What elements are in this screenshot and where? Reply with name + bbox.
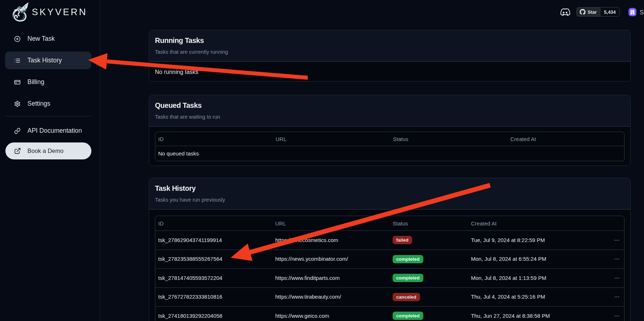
sidebar-item-label: Billing [27, 78, 44, 86]
circle-plus-icon [14, 36, 21, 42]
org-name-partial: Sk [640, 9, 644, 16]
task-id-cell: tsk_276727822333810816 [155, 287, 272, 307]
sidebar-item-label: API Documentation [27, 127, 82, 135]
queued-tasks-title: Queued Tasks [155, 101, 624, 110]
row-actions-button[interactable]: ⋯ [593, 231, 624, 250]
queued-tasks-header: Queued Tasks Tasks that are waiting to r… [149, 95, 630, 127]
no-queued-tasks-text: No queued tasks [155, 146, 624, 161]
table-header-row: ID URL Status Created At [155, 216, 624, 231]
no-running-tasks-text: No running tasks [149, 62, 630, 83]
queued-tasks-subtitle: Tasks that are waiting to run [155, 114, 624, 120]
queued-tasks-card: Queued Tasks Tasks that are waiting to r… [149, 95, 631, 166]
task-status-cell: failed [390, 231, 468, 250]
status-badge: failed [393, 236, 412, 244]
column-header-url: URL [272, 216, 390, 231]
task-history-subtitle: Tasks you have run previously [155, 197, 624, 203]
task-url-cell: https://www.finditparts.com [272, 269, 390, 288]
task-history-row[interactable]: tsk_278235388555267564https://news.ycomb… [155, 250, 624, 269]
discord-icon[interactable] [560, 7, 570, 17]
queued-tasks-table: ID URL Status Created At No queued tasks [155, 132, 624, 161]
running-tasks-card: Running Tasks Tasks that are currently r… [149, 30, 631, 82]
github-star-widget[interactable]: Star 5,434 [576, 7, 620, 17]
sidebar-item-billing[interactable]: Billing [5, 73, 91, 91]
task-history-row[interactable]: tsk_274180139292204058https://www.geico.… [155, 307, 624, 321]
task-history-header: Task History Tasks you have run previous… [149, 178, 630, 210]
book-a-demo-label: Book a Demo [27, 148, 64, 154]
no-queued-tasks-row: No queued tasks [155, 146, 624, 161]
sidebar-divider [5, 116, 91, 116]
column-header-id: ID [155, 216, 272, 231]
running-tasks-subtitle: Tasks that are currently running [155, 49, 624, 55]
task-status-cell: completed [390, 269, 468, 288]
row-actions-button[interactable]: ⋯ [593, 250, 624, 269]
sidebar-item-label: New Task [27, 35, 55, 43]
status-badge: completed [393, 255, 423, 263]
task-created-at-cell: Tue, Jul 9, 2024 at 8:22:59 PM [468, 231, 593, 250]
task-history-table: ID URL Status Created At tsk_27862904374… [155, 216, 624, 321]
credit-card-icon [14, 79, 21, 85]
task-created-at-cell: Thu, Jun 27, 2024 at 8:38:58 PM [468, 307, 593, 321]
task-created-at-cell: Thu, Jul 4, 2024 at 5:25:16 PM [468, 287, 593, 307]
column-header-status: Status [390, 132, 507, 146]
status-badge: canceled [393, 293, 420, 301]
link-icon [14, 128, 21, 134]
task-url-cell: https://www.geico.com [272, 307, 390, 321]
skyvern-dragon-icon [9, 1, 31, 24]
task-created-at-cell: Mon, Jul 8, 2024 at 1:13:59 PM [468, 269, 593, 288]
task-created-at-cell: Mon, Jul 8, 2024 at 6:55:24 PM [468, 250, 593, 269]
sidebar-item-settings[interactable]: Settings [5, 95, 91, 113]
table-header-row: ID URL Status Created At [155, 132, 624, 146]
status-badge: completed [393, 274, 423, 282]
github-star-count[interactable]: 5,434 [600, 8, 619, 16]
task-url-cell: https://tartecosmetics.com [272, 231, 390, 250]
running-tasks-header: Running Tasks Tasks that are currently r… [149, 30, 630, 62]
task-id-cell: tsk_278235388555267564 [155, 250, 272, 269]
building-icon [630, 9, 635, 15]
row-actions-button[interactable]: ⋯ [593, 269, 624, 288]
row-actions-button[interactable]: ⋯ [593, 307, 624, 321]
list-icon [14, 57, 21, 64]
task-history-card: Task History Tasks you have run previous… [149, 178, 631, 321]
task-history-row[interactable]: tsk_276727822333810816https://www.tirabe… [155, 287, 624, 307]
sidebar: SKYVERN New Task Task History Billing Se… [0, 0, 100, 321]
column-header-actions [593, 216, 624, 231]
task-history-row[interactable]: tsk_278147405593572204https://www.findit… [155, 269, 624, 288]
task-status-cell: completed [390, 250, 468, 269]
page: SKYVERN New Task Task History Billing Se… [0, 0, 644, 321]
task-history-row[interactable]: tsk_278629043741199914https://tartecosme… [155, 231, 624, 250]
column-header-status: Status [390, 216, 468, 231]
task-status-cell: canceled [390, 287, 468, 307]
sidebar-item-new-task[interactable]: New Task [5, 30, 91, 48]
sidebar-item-task-history[interactable]: Task History [5, 52, 91, 69]
task-history-title: Task History [155, 184, 624, 193]
external-link-icon [14, 148, 21, 154]
column-header-created-at: Created At [468, 216, 593, 231]
github-icon [580, 9, 585, 15]
sidebar-item-label: Task History [27, 57, 62, 64]
sidebar-item-label: Settings [27, 100, 50, 107]
brand-name: SKYVERN [32, 6, 87, 18]
status-badge: completed [393, 312, 423, 320]
book-a-demo-button[interactable]: Book a Demo [5, 142, 91, 159]
task-id-cell: tsk_278147405593572204 [155, 269, 272, 288]
column-header-id: ID [155, 132, 273, 146]
github-star-label: Star [588, 9, 597, 15]
github-star-button[interactable]: Star [577, 8, 600, 16]
task-id-cell: tsk_278629043741199914 [155, 231, 272, 250]
running-tasks-title: Running Tasks [155, 36, 624, 45]
org-avatar[interactable] [628, 8, 636, 16]
task-url-cell: https://news.ycombinator.com/ [272, 250, 390, 269]
row-actions-button[interactable]: ⋯ [593, 287, 624, 307]
task-url-cell: https://www.tirabeauty.com/ [272, 287, 390, 307]
sidebar-item-api-documentation[interactable]: API Documentation [5, 122, 91, 140]
gear-icon [14, 101, 21, 107]
column-header-created-at: Created At [507, 132, 624, 146]
task-id-cell: tsk_274180139292204058 [155, 307, 272, 321]
column-header-url: URL [273, 132, 390, 146]
task-status-cell: completed [390, 307, 468, 321]
